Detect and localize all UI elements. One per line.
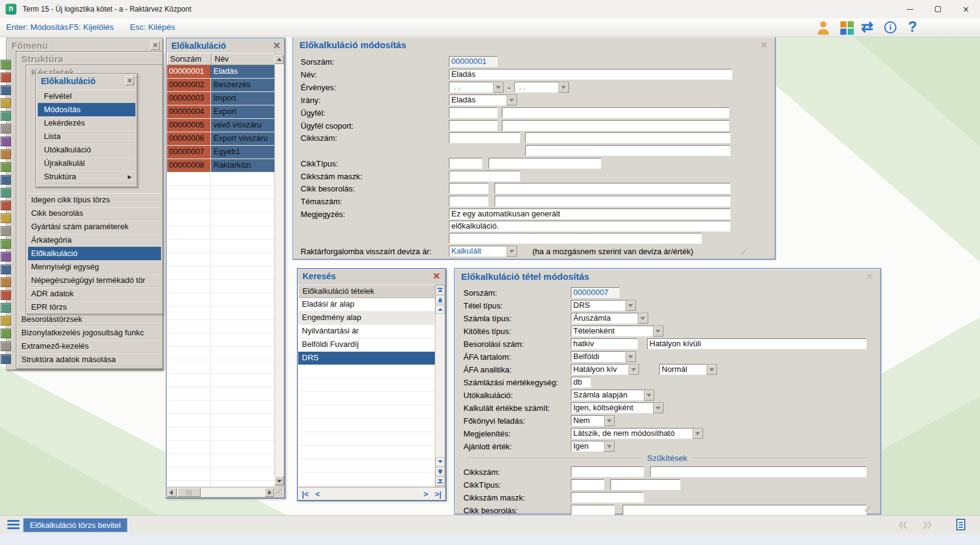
nav-next-button[interactable]: >	[423, 490, 428, 499]
irany-dropdown[interactable]: Eladás	[449, 94, 507, 105]
szamlazasi-me-field[interactable]: db	[571, 377, 591, 388]
megjegyzes-line2-field[interactable]: előkalkuláció.	[449, 221, 731, 232]
fomenu-close-button[interactable]: ✕	[151, 41, 160, 50]
cikkszam-name-field[interactable]	[525, 132, 731, 143]
besorolasi-szam-code-field[interactable]: hatkiv	[571, 338, 638, 349]
afa-analitika-dropdown2[interactable]: Normál	[659, 364, 707, 375]
stacked-window-icon[interactable]	[1, 60, 11, 69]
cikk-besorolas-name-field[interactable]	[495, 183, 731, 194]
item-panel-close-button[interactable]: ✕	[865, 272, 873, 281]
dropdown-arrow-icon[interactable]	[507, 246, 517, 257]
dropdown-arrow-icon[interactable]	[626, 300, 636, 311]
dropdown-arrow-icon[interactable]	[653, 326, 663, 337]
ajanlott-dropdown[interactable]: Igen	[571, 441, 604, 452]
list-row[interactable]: 00000002Beszerzés	[167, 79, 275, 92]
hscroll-thumb[interactable]: |||	[177, 488, 201, 497]
stacked-window-icon[interactable]	[1, 341, 11, 351]
stacked-window-icon[interactable]	[1, 239, 11, 249]
scroll-up-button[interactable]	[274, 55, 284, 64]
vertical-scrollbar[interactable]	[274, 54, 284, 486]
szuk-cikkszam-code-field[interactable]	[571, 466, 644, 477]
scroll-to-bottom-button[interactable]	[435, 477, 445, 486]
stacked-window-icon[interactable]	[1, 98, 11, 108]
temaszam-code-field[interactable]	[449, 196, 488, 207]
menu-item-arkategoria[interactable]: Árkategória	[28, 233, 161, 247]
szamla-tipus-dropdown[interactable]: Áruszámla	[571, 313, 638, 324]
shortcut-exit[interactable]: Esc: Kilépés	[130, 23, 175, 32]
close-button[interactable]: ✕	[952, 0, 980, 18]
stacked-window-icon[interactable]	[1, 226, 11, 236]
stacked-window-icon[interactable]	[1, 213, 11, 223]
dropdown-arrow-icon[interactable]	[638, 313, 648, 324]
dropdown-arrow-icon[interactable]	[629, 364, 639, 375]
tetel-tipus-dropdown[interactable]: DRS	[571, 300, 626, 311]
stacked-window-icon[interactable]	[1, 149, 11, 159]
szuk-cikkszam-name-field[interactable]	[650, 466, 867, 477]
cikk-besorolas-code-field[interactable]	[449, 183, 488, 194]
list-row[interactable]: 00000007Egyéb1	[167, 146, 275, 159]
stacked-window-icon[interactable]	[1, 188, 11, 198]
list-row[interactable]: 00000005vevő visszáru	[167, 119, 275, 132]
search-item[interactable]: Engedmény alap	[298, 312, 436, 325]
ugyfel-csoport-name-field[interactable]	[502, 120, 729, 131]
search-item[interactable]: Belföldi Fuvardíj	[298, 338, 436, 352]
kalkulalt-dropdown[interactable]: Igen, költségként	[571, 402, 653, 413]
stacked-window-icon[interactable]	[1, 265, 11, 274]
menu-icon[interactable]	[7, 520, 20, 531]
minimize-button[interactable]	[896, 0, 924, 18]
kitoltes-tipus-dropdown[interactable]: Tételenként	[571, 326, 653, 337]
search-item[interactable]: Előkalkuláció tételek	[298, 285, 436, 298]
list-row[interactable]: 00000004Export	[167, 105, 275, 119]
column-header-sorszam[interactable]: Sorszám	[167, 53, 212, 65]
szuk-cikk-besorolas-code-field[interactable]	[571, 505, 615, 516]
menu-item-mennyisegi-egyseg[interactable]: Mennyiségi egység	[28, 260, 161, 274]
stacked-window-icon[interactable]	[1, 73, 11, 82]
menu-item-cikk-besorolas[interactable]: Cikk besorolás	[28, 207, 161, 220]
search-item[interactable]: Eladási ár alap	[298, 298, 436, 312]
transfer-icon[interactable]: ⇄	[861, 20, 873, 34]
list-row[interactable]: 00000003Import	[167, 92, 275, 105]
dropdown-arrow-icon[interactable]	[559, 82, 569, 93]
scroll-left-button[interactable]	[168, 488, 177, 497]
search-item[interactable]: DRS	[298, 352, 436, 365]
shortcut-select[interactable]: F5: Kijelölés	[69, 23, 114, 32]
utokalkulacio-dropdown[interactable]: Számla alapján	[571, 390, 644, 401]
scroll-to-top-button[interactable]	[435, 285, 445, 294]
deviza-dropdown[interactable]: Kalkulált	[449, 246, 507, 257]
nav-prev-button[interactable]: <	[315, 490, 320, 499]
submenu-close-button[interactable]: ✕	[125, 76, 134, 85]
menu-item-struktura-adatok[interactable]: Struktúra adatok másolása	[18, 353, 161, 366]
document-icon[interactable]	[956, 519, 965, 530]
ugyfel-csoport-code-field[interactable]	[449, 120, 498, 131]
cikkszam-code-field[interactable]	[449, 132, 520, 143]
menu-item-epr-torzs[interactable]: EPR törzs	[28, 301, 161, 314]
list-close-button[interactable]: ✕	[273, 41, 281, 50]
info-icon[interactable]: i	[884, 21, 896, 34]
szuk-cikkszam-maszk-field[interactable]	[571, 492, 644, 503]
apps-grid-icon[interactable]	[840, 21, 854, 35]
edit-panel-close-button[interactable]: ✕	[760, 40, 768, 49]
page-up-button[interactable]	[435, 295, 445, 304]
stacked-window-icon[interactable]	[1, 290, 11, 300]
help-icon[interactable]: ?	[908, 20, 917, 34]
line-up-button[interactable]	[435, 305, 445, 314]
stacked-window-icon[interactable]	[1, 252, 11, 262]
stacked-window-icon[interactable]	[1, 85, 11, 95]
nav-first-button[interactable]: |<	[302, 490, 309, 499]
list-row[interactable]: 00000006Export visszáru	[167, 132, 275, 146]
forward-chevrons-icon[interactable]: »	[922, 513, 932, 534]
active-task-badge[interactable]: Előkalkuláció törzs bevitel	[23, 518, 127, 532]
search-vertical-scrollbar[interactable]	[435, 285, 445, 486]
back-chevrons-icon[interactable]: «	[898, 513, 908, 534]
nav-last-button[interactable]: >|	[435, 490, 442, 499]
stacked-window-icon[interactable]	[1, 329, 11, 338]
temaszam-name-field[interactable]	[495, 196, 731, 207]
submenu-item-modositas[interactable]: Módosítás	[38, 103, 135, 116]
submenu-item-struktura[interactable]: Struktúra▸	[38, 170, 135, 183]
stacked-window-icon[interactable]	[1, 137, 11, 146]
edit-panel-confirm-check-icon[interactable]: ✓	[740, 246, 748, 258]
submenu-item-lista[interactable]: Lista	[38, 130, 135, 143]
megjelenites-dropdown[interactable]: Látszik, de nem módosítható	[571, 428, 693, 439]
szuk-cikktipus-name-field[interactable]	[610, 479, 681, 490]
stacked-window-icon[interactable]	[1, 303, 11, 313]
